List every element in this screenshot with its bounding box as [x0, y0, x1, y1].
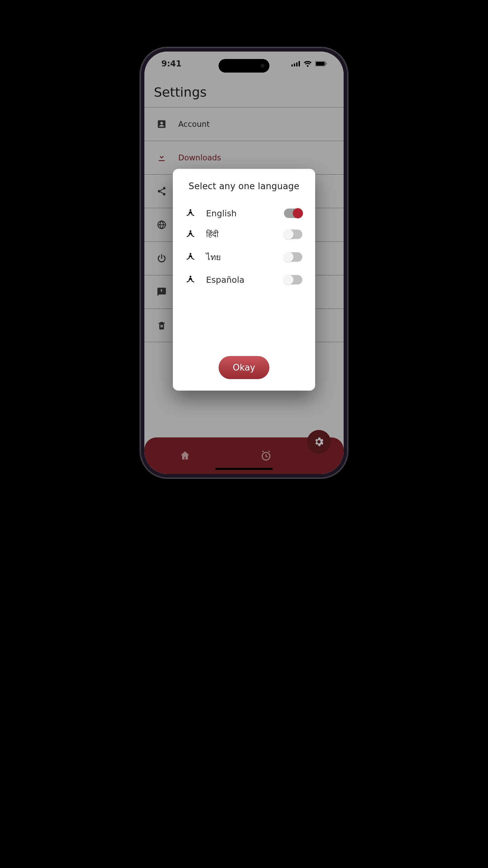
language-label: Española — [206, 275, 274, 285]
gear-icon — [313, 436, 325, 448]
okay-button[interactable]: Okay — [219, 356, 269, 379]
svg-rect-0 — [291, 64, 293, 66]
svg-rect-3 — [299, 61, 300, 66]
cellular-icon — [291, 61, 300, 66]
settings-row-account[interactable]: Account — [144, 107, 344, 141]
svg-rect-2 — [296, 62, 298, 66]
svg-point-7 — [163, 187, 166, 190]
language-label: ไทย — [206, 250, 274, 264]
alarm-icon — [260, 450, 272, 461]
meditation-icon — [186, 229, 196, 239]
svg-point-9 — [163, 193, 166, 196]
settings-row-label: Downloads — [178, 153, 221, 162]
home-icon — [179, 450, 191, 461]
language-toggle[interactable] — [284, 275, 302, 284]
svg-rect-1 — [294, 63, 295, 66]
meditation-icon — [186, 252, 196, 262]
feedback-icon — [156, 286, 167, 298]
language-row[interactable]: हिंदी — [184, 224, 304, 245]
language-toggle[interactable] — [284, 230, 302, 239]
language-label: English — [206, 209, 274, 218]
page-title: Settings — [144, 83, 344, 107]
nav-settings-fab[interactable] — [307, 430, 331, 454]
language-toggle[interactable] — [284, 252, 302, 262]
nav-home[interactable] — [144, 437, 225, 474]
wifi-icon — [304, 61, 312, 67]
person-icon — [156, 118, 167, 130]
svg-point-14 — [189, 253, 191, 255]
power-icon — [156, 253, 167, 264]
trash-icon — [156, 320, 167, 331]
svg-rect-6 — [326, 63, 327, 65]
language-modal: Select any one language EnglishहिंदीไทยE… — [173, 169, 315, 391]
meditation-icon — [186, 208, 196, 218]
language-row[interactable]: Española — [184, 269, 304, 290]
settings-row-label: Account — [178, 120, 210, 129]
dynamic-island — [219, 59, 269, 73]
download-icon — [156, 152, 167, 163]
home-indicator — [215, 468, 273, 470]
status-icons — [291, 61, 327, 67]
svg-point-12 — [189, 209, 191, 211]
language-list: EnglishहिंदीไทยEspañola — [184, 203, 304, 290]
language-toggle[interactable] — [284, 209, 302, 218]
svg-point-13 — [189, 230, 191, 232]
language-label: हिंदी — [206, 229, 274, 239]
svg-point-8 — [158, 190, 161, 193]
share-icon — [156, 185, 167, 197]
battery-icon — [315, 61, 327, 66]
meditation-icon — [186, 275, 196, 285]
language-row[interactable]: English — [184, 203, 304, 224]
device-frame: 9:41 Settings Account — [140, 47, 348, 478]
svg-point-15 — [189, 276, 191, 277]
svg-rect-5 — [316, 62, 325, 66]
modal-title: Select any one language — [184, 181, 304, 191]
language-row[interactable]: ไทย — [184, 245, 304, 269]
screen: 9:41 Settings Account — [144, 52, 344, 474]
globe-icon — [156, 219, 167, 231]
status-time: 9:41 — [161, 59, 182, 68]
